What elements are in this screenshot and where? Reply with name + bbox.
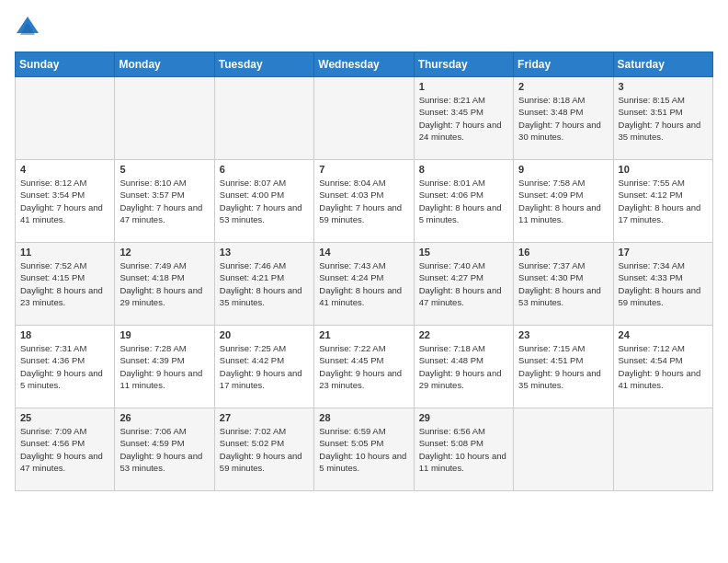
calendar-cell: 12Sunrise: 7:49 AM Sunset: 4:18 PM Dayli… <box>115 243 214 326</box>
day-info: Sunrise: 7:18 AM Sunset: 4:48 PM Dayligh… <box>419 342 508 391</box>
calendar-cell: 10Sunrise: 7:55 AM Sunset: 4:12 PM Dayli… <box>613 160 712 243</box>
day-info: Sunrise: 7:09 AM Sunset: 4:56 PM Dayligh… <box>20 425 109 474</box>
day-info: Sunrise: 7:40 AM Sunset: 4:27 PM Dayligh… <box>419 259 508 308</box>
day-number: 28 <box>319 412 408 423</box>
day-info: Sunrise: 7:15 AM Sunset: 4:51 PM Dayligh… <box>518 342 608 391</box>
day-info: Sunrise: 7:06 AM Sunset: 4:59 PM Dayligh… <box>119 425 209 474</box>
calendar-week-row: 25Sunrise: 7:09 AM Sunset: 4:56 PM Dayli… <box>16 408 713 491</box>
day-info: Sunrise: 7:55 AM Sunset: 4:12 PM Dayligh… <box>619 177 708 225</box>
day-info: Sunrise: 8:01 AM Sunset: 4:06 PM Dayligh… <box>419 177 508 225</box>
day-number: 3 <box>619 81 708 92</box>
logo-icon <box>15 15 40 40</box>
calendar-cell <box>514 408 613 491</box>
weekday-header: Sunday <box>16 52 115 77</box>
calendar-cell: 14Sunrise: 7:43 AM Sunset: 4:24 PM Dayli… <box>314 243 414 326</box>
weekday-header: Tuesday <box>214 52 313 77</box>
calendar-cell: 19Sunrise: 7:28 AM Sunset: 4:39 PM Dayli… <box>115 326 214 408</box>
day-info: Sunrise: 6:56 AM Sunset: 5:08 PM Dayligh… <box>419 425 508 474</box>
calendar-cell: 4Sunrise: 8:12 AM Sunset: 3:54 PM Daylig… <box>16 160 115 243</box>
weekday-header: Monday <box>115 52 214 77</box>
calendar-cell: 24Sunrise: 7:12 AM Sunset: 4:54 PM Dayli… <box>613 326 712 408</box>
day-number: 21 <box>319 329 408 340</box>
day-info: Sunrise: 8:12 AM Sunset: 3:54 PM Dayligh… <box>20 177 109 225</box>
calendar-cell: 26Sunrise: 7:06 AM Sunset: 4:59 PM Dayli… <box>115 408 214 491</box>
calendar-cell: 16Sunrise: 7:37 AM Sunset: 4:30 PM Dayli… <box>514 243 613 326</box>
day-number: 19 <box>119 329 209 340</box>
day-number: 11 <box>20 247 109 258</box>
day-info: Sunrise: 8:04 AM Sunset: 4:03 PM Dayligh… <box>319 177 408 225</box>
day-info: Sunrise: 7:22 AM Sunset: 4:45 PM Dayligh… <box>319 342 408 391</box>
day-number: 20 <box>220 329 309 340</box>
calendar-table: SundayMondayTuesdayWednesdayThursdayFrid… <box>15 52 713 491</box>
calendar-cell: 8Sunrise: 8:01 AM Sunset: 4:06 PM Daylig… <box>414 160 513 243</box>
day-number: 27 <box>220 412 309 423</box>
calendar-cell: 27Sunrise: 7:02 AM Sunset: 5:02 PM Dayli… <box>214 408 313 491</box>
day-number: 17 <box>619 247 708 258</box>
day-info: Sunrise: 8:10 AM Sunset: 3:57 PM Dayligh… <box>119 177 209 225</box>
calendar-cell: 9Sunrise: 7:58 AM Sunset: 4:09 PM Daylig… <box>514 160 613 243</box>
day-number: 23 <box>518 329 608 340</box>
day-number: 25 <box>20 412 109 423</box>
day-info: Sunrise: 7:12 AM Sunset: 4:54 PM Dayligh… <box>619 342 708 391</box>
calendar-cell: 21Sunrise: 7:22 AM Sunset: 4:45 PM Dayli… <box>314 326 414 408</box>
day-info: Sunrise: 6:59 AM Sunset: 5:05 PM Dayligh… <box>319 425 408 474</box>
day-number: 12 <box>119 247 209 258</box>
calendar-cell: 5Sunrise: 8:10 AM Sunset: 3:57 PM Daylig… <box>115 160 214 243</box>
day-number: 14 <box>319 247 408 258</box>
calendar-cell: 20Sunrise: 7:25 AM Sunset: 4:42 PM Dayli… <box>214 326 313 408</box>
calendar-cell <box>613 408 712 491</box>
calendar-cell: 7Sunrise: 8:04 AM Sunset: 4:03 PM Daylig… <box>314 160 414 243</box>
day-number: 26 <box>119 412 209 423</box>
day-info: Sunrise: 7:25 AM Sunset: 4:42 PM Dayligh… <box>220 342 309 391</box>
day-number: 4 <box>20 164 109 175</box>
calendar-cell <box>115 77 214 160</box>
day-number: 24 <box>619 329 708 340</box>
day-info: Sunrise: 7:34 AM Sunset: 4:33 PM Dayligh… <box>619 259 708 308</box>
day-number: 18 <box>20 329 109 340</box>
calendar-header: SundayMondayTuesdayWednesdayThursdayFrid… <box>16 52 713 77</box>
day-number: 6 <box>220 164 309 175</box>
calendar-cell: 29Sunrise: 6:56 AM Sunset: 5:08 PM Dayli… <box>414 408 513 491</box>
calendar-week-row: 1Sunrise: 8:21 AM Sunset: 3:45 PM Daylig… <box>16 77 713 160</box>
calendar-cell <box>214 77 313 160</box>
day-info: Sunrise: 7:52 AM Sunset: 4:15 PM Dayligh… <box>20 259 109 308</box>
day-info: Sunrise: 7:46 AM Sunset: 4:21 PM Dayligh… <box>220 259 309 308</box>
weekday-header: Wednesday <box>314 52 414 77</box>
day-number: 29 <box>419 412 508 423</box>
day-info: Sunrise: 7:43 AM Sunset: 4:24 PM Dayligh… <box>319 259 408 308</box>
header-row: SundayMondayTuesdayWednesdayThursdayFrid… <box>16 52 713 77</box>
weekday-header: Saturday <box>613 52 712 77</box>
calendar-cell <box>314 77 414 160</box>
calendar-week-row: 4Sunrise: 8:12 AM Sunset: 3:54 PM Daylig… <box>16 160 713 243</box>
calendar-cell: 28Sunrise: 6:59 AM Sunset: 5:05 PM Dayli… <box>314 408 414 491</box>
calendar-cell: 1Sunrise: 8:21 AM Sunset: 3:45 PM Daylig… <box>414 77 513 160</box>
day-number: 9 <box>518 164 608 175</box>
day-info: Sunrise: 7:49 AM Sunset: 4:18 PM Dayligh… <box>119 259 209 308</box>
day-number: 5 <box>119 164 209 175</box>
day-info: Sunrise: 7:37 AM Sunset: 4:30 PM Dayligh… <box>518 259 608 308</box>
day-number: 22 <box>419 329 508 340</box>
calendar-cell: 15Sunrise: 7:40 AM Sunset: 4:27 PM Dayli… <box>414 243 513 326</box>
day-number: 15 <box>419 247 508 258</box>
day-info: Sunrise: 8:07 AM Sunset: 4:00 PM Dayligh… <box>220 177 309 225</box>
calendar-cell: 3Sunrise: 8:15 AM Sunset: 3:51 PM Daylig… <box>613 77 712 160</box>
weekday-header: Friday <box>514 52 613 77</box>
calendar-cell: 11Sunrise: 7:52 AM Sunset: 4:15 PM Dayli… <box>16 243 115 326</box>
day-info: Sunrise: 7:02 AM Sunset: 5:02 PM Dayligh… <box>220 425 309 474</box>
day-info: Sunrise: 8:21 AM Sunset: 3:45 PM Dayligh… <box>419 94 508 143</box>
weekday-header: Thursday <box>414 52 513 77</box>
page-header <box>15 15 713 40</box>
day-info: Sunrise: 8:15 AM Sunset: 3:51 PM Dayligh… <box>619 94 708 143</box>
day-number: 7 <box>319 164 408 175</box>
calendar-cell: 23Sunrise: 7:15 AM Sunset: 4:51 PM Dayli… <box>514 326 613 408</box>
calendar-body: 1Sunrise: 8:21 AM Sunset: 3:45 PM Daylig… <box>16 77 713 491</box>
day-number: 1 <box>419 81 508 92</box>
calendar-cell <box>16 77 115 160</box>
calendar-cell: 2Sunrise: 8:18 AM Sunset: 3:48 PM Daylig… <box>514 77 613 160</box>
day-number: 10 <box>619 164 708 175</box>
calendar-cell: 18Sunrise: 7:31 AM Sunset: 4:36 PM Dayli… <box>16 326 115 408</box>
day-info: Sunrise: 7:31 AM Sunset: 4:36 PM Dayligh… <box>20 342 109 391</box>
day-number: 16 <box>518 247 608 258</box>
calendar-week-row: 18Sunrise: 7:31 AM Sunset: 4:36 PM Dayli… <box>16 326 713 408</box>
calendar-cell: 22Sunrise: 7:18 AM Sunset: 4:48 PM Dayli… <box>414 326 513 408</box>
